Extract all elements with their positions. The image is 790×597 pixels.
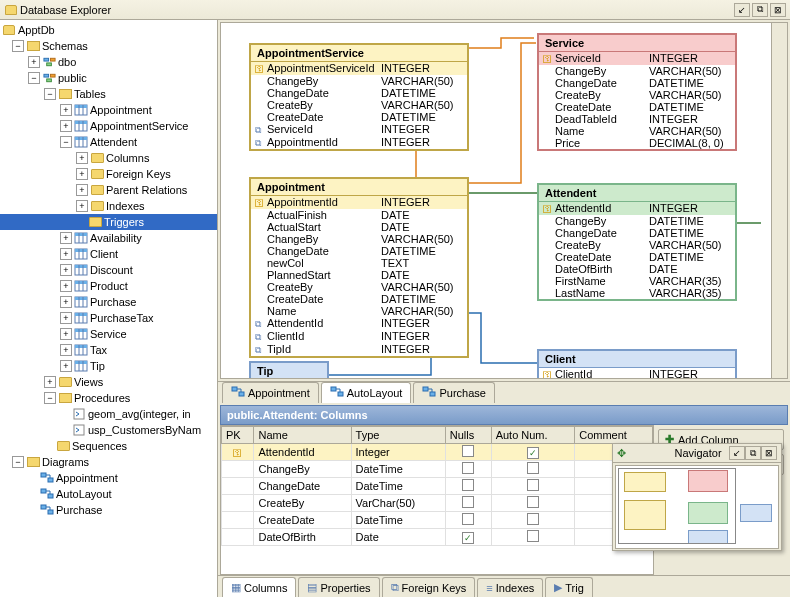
nulls-checkbox[interactable] (462, 496, 474, 508)
autonum-checkbox[interactable] (527, 496, 539, 508)
tree-table-client[interactable]: +Client (0, 246, 217, 262)
expand-icon[interactable]: + (60, 344, 72, 356)
tree-table-tip[interactable]: +Tip (0, 358, 217, 374)
tree-diagram-purchase[interactable]: Purchase (0, 502, 217, 518)
nav-close-button[interactable]: ⊠ (761, 446, 777, 460)
tree-proc[interactable]: geom_avg(integer, in (0, 406, 217, 422)
tree-table-appointmentservice[interactable]: +AppointmentService (0, 118, 217, 134)
tree-panel[interactable]: ApptDb −Schemas +dbo −public −Tables +Ap… (0, 20, 218, 597)
tree-table-discount[interactable]: +Discount (0, 262, 217, 278)
close-button[interactable]: ⊠ (770, 3, 786, 17)
grid-header[interactable]: Comment (575, 427, 653, 444)
tree-diagram-autolayout[interactable]: AutoLayout (0, 486, 217, 502)
tree-triggers[interactable]: Triggers (0, 214, 217, 230)
er-table-client[interactable]: Client ⚿ClientIdINTEGERChangeByVARCHAR(5… (537, 349, 737, 379)
grid-header[interactable]: PK (222, 427, 254, 444)
er-table-appointmentservice[interactable]: AppointmentService ⚿AppointmentServiceId… (249, 43, 469, 151)
detail-tab-trig[interactable]: ▶Trig (545, 577, 593, 597)
navigator-minimap[interactable] (615, 465, 779, 549)
grid-row[interactable]: ChangeByDateTime (222, 461, 653, 478)
expand-icon[interactable]: + (60, 104, 72, 116)
nulls-checkbox[interactable] (462, 462, 474, 474)
tree-procedures[interactable]: −Procedures (0, 390, 217, 406)
tree-table-availability[interactable]: +Availability (0, 230, 217, 246)
nav-min-button[interactable]: ↙ (729, 446, 745, 460)
collapse-icon[interactable]: − (44, 88, 56, 100)
expand-icon[interactable]: + (60, 248, 72, 260)
tree-schema-public[interactable]: −public (0, 70, 217, 86)
er-table-attendent[interactable]: Attendent ⚿AttendentIdINTEGERChangeByDAT… (537, 183, 737, 301)
expand-icon[interactable]: + (60, 296, 72, 308)
collapse-icon[interactable]: − (12, 456, 24, 468)
grid-header[interactable]: Name (254, 427, 351, 444)
expand-icon[interactable]: + (60, 264, 72, 276)
detail-tab-indexes[interactable]: ≡Indexes (477, 578, 543, 597)
expand-icon[interactable]: + (60, 280, 72, 292)
detail-tab-properties[interactable]: ▤Properties (298, 577, 379, 597)
navigator-panel[interactable]: ✥ Navigator ↙ ⧉ ⊠ (612, 443, 782, 551)
vertical-scrollbar[interactable] (771, 23, 787, 378)
collapse-icon[interactable]: − (60, 136, 72, 148)
expand-icon[interactable]: + (60, 232, 72, 244)
nulls-checkbox[interactable] (462, 513, 474, 525)
grid-row[interactable]: CreateDateDateTime (222, 512, 653, 529)
autonum-checkbox[interactable] (527, 479, 539, 491)
tree-foreign-keys[interactable]: +Foreign Keys (0, 166, 217, 182)
tree-table-appointment[interactable]: +Appointment (0, 102, 217, 118)
expand-icon[interactable]: + (76, 168, 88, 180)
tree-table-service[interactable]: +Service (0, 326, 217, 342)
minimize-button[interactable]: ↙ (734, 3, 750, 17)
expand-icon[interactable]: + (28, 56, 40, 68)
tree-tables[interactable]: −Tables (0, 86, 217, 102)
grid-row[interactable]: ⚿AttendentIdInteger✓ (222, 444, 653, 461)
expand-icon[interactable]: + (60, 360, 72, 372)
autonum-checkbox[interactable] (527, 530, 539, 542)
tree-columns[interactable]: +Columns (0, 150, 217, 166)
nulls-checkbox[interactable] (462, 479, 474, 491)
expand-icon[interactable]: + (60, 120, 72, 132)
er-table-appointment[interactable]: Appointment ⚿AppointmentIdINTEGERActualF… (249, 177, 469, 358)
er-canvas[interactable]: AppointmentService ⚿AppointmentServiceId… (220, 22, 788, 379)
tree-sequences[interactable]: Sequences (0, 438, 217, 454)
diagram-tab-autolayout[interactable]: AutoLayout (321, 382, 412, 403)
tree-schema-dbo[interactable]: +dbo (0, 54, 217, 70)
expand-icon[interactable]: + (60, 312, 72, 324)
grid-row[interactable]: ChangeDateDateTime (222, 478, 653, 495)
grid-header[interactable]: Nulls (445, 427, 491, 444)
nulls-checkbox[interactable]: ✓ (462, 532, 474, 544)
tree-schemas[interactable]: −Schemas (0, 38, 217, 54)
tree-table-purchase[interactable]: +Purchase (0, 294, 217, 310)
tree-parent-relations[interactable]: +Parent Relations (0, 182, 217, 198)
autonum-checkbox[interactable]: ✓ (527, 447, 539, 459)
nav-max-button[interactable]: ⧉ (745, 446, 761, 460)
maximize-button[interactable]: ⧉ (752, 3, 768, 17)
columns-grid[interactable]: PKNameTypeNullsAuto Num.Comment ⚿Attende… (220, 425, 654, 575)
tree-table-product[interactable]: +Product (0, 278, 217, 294)
tree-table-tax[interactable]: +Tax (0, 342, 217, 358)
nulls-checkbox[interactable] (462, 445, 474, 457)
detail-tab-columns[interactable]: ▦Columns (222, 577, 296, 597)
grid-row[interactable]: CreateByVarChar(50) (222, 495, 653, 512)
collapse-icon[interactable]: − (28, 72, 40, 84)
expand-icon[interactable]: + (76, 184, 88, 196)
expand-icon[interactable]: + (76, 152, 88, 164)
tree-indexes[interactable]: +Indexes (0, 198, 217, 214)
tree-table-purchasetax[interactable]: +PurchaseTax (0, 310, 217, 326)
tree-proc[interactable]: usp_CustomersByNam (0, 422, 217, 438)
tree-root[interactable]: ApptDb (0, 22, 217, 38)
grid-header[interactable]: Auto Num. (491, 427, 575, 444)
grid-header[interactable]: Type (351, 427, 445, 444)
diagram-tab-appointment[interactable]: Appointment (222, 382, 319, 403)
tree-diagram-appointment[interactable]: Appointment (0, 470, 217, 486)
diagram-tab-purchase[interactable]: Purchase (413, 382, 494, 403)
collapse-icon[interactable]: − (44, 392, 56, 404)
autonum-checkbox[interactable] (527, 513, 539, 525)
tree-diagrams[interactable]: −Diagrams (0, 454, 217, 470)
er-table-service[interactable]: Service ⚿ServiceIdINTEGERChangeByVARCHAR… (537, 33, 737, 151)
expand-icon[interactable]: + (76, 200, 88, 212)
autonum-checkbox[interactable] (527, 462, 539, 474)
tree-views[interactable]: +Views (0, 374, 217, 390)
detail-tab-foreign-keys[interactable]: ⧉Foreign Keys (382, 577, 476, 597)
er-table-tip[interactable]: Tip (249, 361, 329, 379)
expand-icon[interactable]: + (60, 328, 72, 340)
